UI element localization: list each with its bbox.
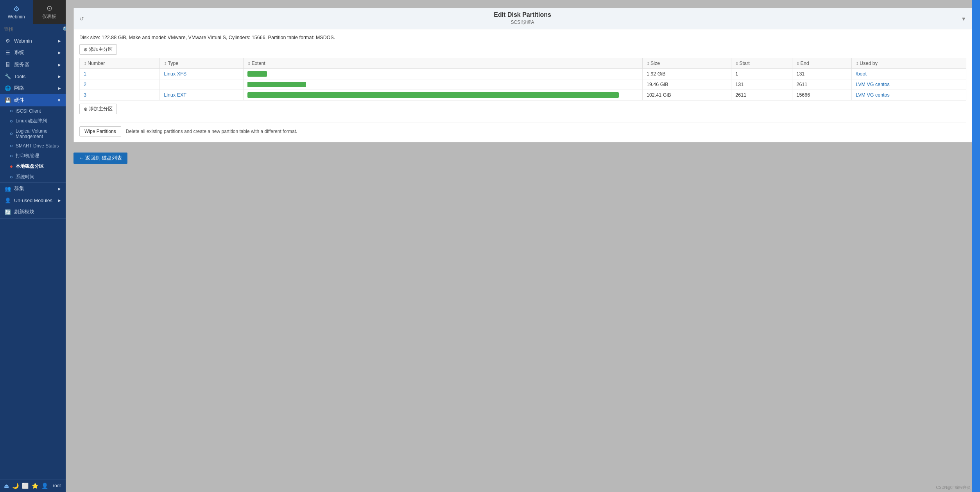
add-partition-bottom-label: 添加主分区 bbox=[89, 106, 113, 112]
sidebar-item-hardware[interactable]: 💾 硬件 ▼ bbox=[0, 94, 66, 106]
sidebar-item-linux-raid[interactable]: Linux 磁盘阵列 bbox=[0, 116, 66, 126]
sidebar-section-extra: 👥 群集 ▶ 👤 Un-used Modules ▶ 🔄 刷新模块 bbox=[0, 183, 66, 219]
add-icon-top: ⊕ bbox=[84, 47, 88, 52]
user-icon[interactable]: 👤 bbox=[41, 483, 48, 489]
dashboard-label: 仪表板 bbox=[42, 13, 56, 20]
sidebar: ⚙ Webmin ⊙ 仪表板 🔍 ⚙ Webmin ▶ ☰ 系统 ▶ 🗄 服务器… bbox=[0, 0, 66, 492]
add-partition-bottom-button[interactable]: ⊕ 添加主分区 bbox=[79, 104, 117, 114]
add-icon-bottom: ⊕ bbox=[84, 106, 88, 112]
sidebar-search-bar: 🔍 bbox=[0, 24, 66, 35]
eject-icon[interactable]: ⏏ bbox=[4, 483, 9, 489]
sidebar-item-network[interactable]: 🌐 网络 ▶ bbox=[0, 82, 66, 94]
chevron-right-icon2: ▶ bbox=[58, 50, 61, 55]
search-input[interactable] bbox=[4, 27, 63, 32]
sidebar-sub-iscsi-label: iSCSI Client bbox=[16, 108, 41, 114]
server-icon: 🗄 bbox=[5, 62, 11, 68]
add-partition-top-button[interactable]: ⊕ 添加主分区 bbox=[79, 44, 117, 55]
refresh-icon: 🔄 bbox=[5, 209, 11, 215]
sidebar-item-local-disk[interactable]: 本地磁盘分区 bbox=[0, 161, 66, 172]
sidebar-section-main: ⚙ Webmin ▶ ☰ 系统 ▶ 🗄 服务器 ▶ 🔧 Tools ▶ 🌐 网络… bbox=[0, 35, 66, 183]
sidebar-item-tools-label: Tools bbox=[14, 74, 25, 79]
dot-icon-printer bbox=[10, 155, 13, 157]
webmin-label: Webmin bbox=[8, 14, 25, 20]
moon-icon[interactable]: 🌙 bbox=[12, 483, 19, 489]
dot-icon-systime bbox=[10, 176, 13, 178]
sidebar-item-cluster-label: 群集 bbox=[14, 185, 24, 192]
sidebar-item-lvm[interactable]: Logical Volume Management bbox=[0, 126, 66, 141]
partition-used-by-1: /boot bbox=[852, 69, 966, 79]
partition-number-3[interactable]: 3 bbox=[80, 90, 160, 101]
wipe-section: Wipe Partitions Delete all existing part… bbox=[79, 122, 966, 136]
sidebar-item-refresh-modules[interactable]: 🔄 刷新模块 bbox=[0, 206, 66, 218]
webmin-nav-icon: ⚙ bbox=[5, 38, 11, 44]
partition-number-2[interactable]: 2 bbox=[80, 79, 160, 90]
sidebar-sub-smart-label: SMART Drive Status bbox=[16, 143, 59, 149]
sidebar-item-smart[interactable]: SMART Drive Status bbox=[0, 141, 66, 151]
partition-end-2: 2611 bbox=[792, 79, 852, 90]
filter-icon[interactable]: ▼ bbox=[961, 16, 966, 22]
watermark-text: CSDN@汇编程序员 bbox=[936, 485, 971, 490]
partition-end-1: 131 bbox=[792, 69, 852, 79]
col-extent: ⇕Extent bbox=[244, 58, 643, 69]
sidebar-item-unused-label: Un-used Modules bbox=[14, 198, 52, 203]
refresh-panel-icon[interactable]: ↺ bbox=[79, 16, 84, 22]
square-icon[interactable]: ⬜ bbox=[22, 483, 29, 489]
partition-start-1: 1 bbox=[731, 69, 792, 79]
sidebar-item-system[interactable]: ☰ 系统 ▶ bbox=[0, 47, 66, 59]
col-used-by: ⇕Used by bbox=[852, 58, 966, 69]
dot-icon-smart bbox=[10, 145, 13, 147]
chevron-right-icon7: ▶ bbox=[58, 198, 61, 203]
chevron-right-icon: ▶ bbox=[58, 39, 61, 43]
back-to-disk-list-button[interactable]: ← 返回到 磁盘列表 bbox=[73, 153, 127, 164]
sidebar-item-tools[interactable]: 🔧 Tools ▶ bbox=[0, 71, 66, 82]
table-row: 219.46 GiB1312611LVM VG centos bbox=[80, 79, 966, 90]
right-edge-indicator bbox=[972, 0, 980, 492]
add-partition-top-label: 添加主分区 bbox=[89, 46, 113, 53]
partition-end-3: 15666 bbox=[792, 90, 852, 101]
sidebar-item-systime[interactable]: 系统时间 bbox=[0, 172, 66, 182]
sidebar-sub-local-disk-label: 本地磁盘分区 bbox=[16, 163, 44, 170]
sidebar-item-system-label: 系统 bbox=[14, 49, 24, 56]
sidebar-item-unused-modules[interactable]: 👤 Un-used Modules ▶ bbox=[0, 195, 66, 206]
dashboard-tab[interactable]: ⊙ 仪表板 bbox=[33, 0, 66, 24]
search-icon: 🔍 bbox=[63, 26, 66, 32]
system-icon: ☰ bbox=[5, 50, 11, 56]
sidebar-item-hardware-label: 硬件 bbox=[14, 97, 24, 104]
partition-extent-2 bbox=[244, 79, 643, 90]
sidebar-item-network-label: 网络 bbox=[14, 85, 24, 92]
sidebar-item-refresh-label: 刷新模块 bbox=[14, 209, 34, 215]
sidebar-footer: ⏏ 🌙 ⬜ ⭐ 👤 root bbox=[0, 479, 66, 492]
chevron-down-icon: ▼ bbox=[57, 98, 61, 102]
dot-icon-lvm bbox=[10, 133, 13, 135]
tools-icon: 🔧 bbox=[5, 74, 11, 79]
sidebar-item-server[interactable]: 🗄 服务器 ▶ bbox=[0, 59, 66, 71]
dashboard-icon: ⊙ bbox=[47, 4, 52, 13]
panel-main-title: Edit Disk Partitions bbox=[494, 11, 551, 18]
sidebar-item-cluster[interactable]: 👥 群集 ▶ bbox=[0, 183, 66, 195]
star-icon[interactable]: ⭐ bbox=[32, 483, 38, 489]
dot-icon-iscsi bbox=[10, 110, 13, 112]
dot-icon-local-disk bbox=[10, 165, 13, 168]
partition-number-1[interactable]: 1 bbox=[80, 69, 160, 79]
table-row: 3Linux EXT102.41 GiB261115666LVM VG cent… bbox=[80, 90, 966, 101]
partition-used-by-2: LVM VG centos bbox=[852, 79, 966, 90]
col-start: ⇕Start bbox=[731, 58, 792, 69]
col-number: ⇕Number bbox=[80, 58, 160, 69]
partitions-table: ⇕Number ⇕Type ⇕Extent ⇕Size ⇕Start ⇕End … bbox=[79, 58, 966, 101]
sidebar-item-webmin-label: Webmin bbox=[14, 38, 32, 44]
webmin-tab[interactable]: ⚙ Webmin bbox=[0, 1, 33, 23]
partition-size-1: 1.92 GiB bbox=[642, 69, 731, 79]
sidebar-item-server-label: 服务器 bbox=[14, 61, 29, 68]
partition-type-2 bbox=[160, 79, 244, 90]
unused-modules-icon: 👤 bbox=[5, 198, 11, 203]
sidebar-sub-printer-label: 打印机管理 bbox=[16, 153, 39, 159]
wipe-partitions-button[interactable]: Wipe Partitions bbox=[79, 126, 121, 136]
main-content: ↺ Edit Disk Partitions SCSI设置A ▼ Disk si… bbox=[66, 0, 980, 492]
partition-start-2: 131 bbox=[731, 79, 792, 90]
table-header-row: ⇕Number ⇕Type ⇕Extent ⇕Size ⇕Start ⇕End … bbox=[80, 58, 966, 69]
partition-extent-3 bbox=[244, 90, 643, 101]
sidebar-item-iscsi[interactable]: iSCSI Client bbox=[0, 106, 66, 116]
sidebar-item-printer[interactable]: 打印机管理 bbox=[0, 151, 66, 161]
chevron-right-icon5: ▶ bbox=[58, 86, 61, 90]
sidebar-item-webmin[interactable]: ⚙ Webmin ▶ bbox=[0, 35, 66, 47]
